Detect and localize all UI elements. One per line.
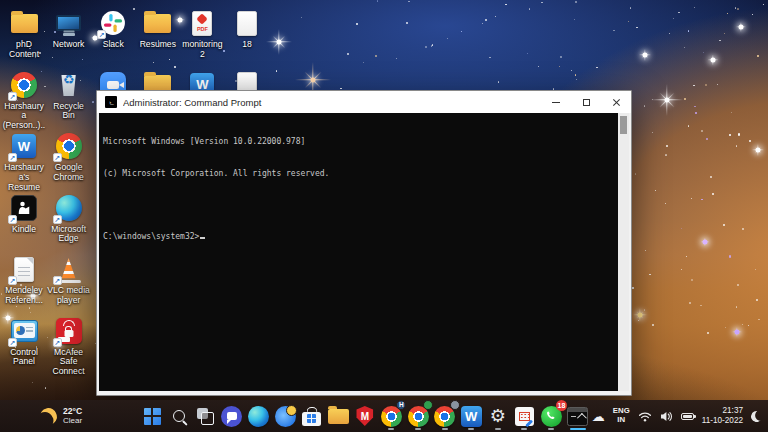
monitoring-2-icon <box>185 8 219 38</box>
taskbar-icon-chrome-profile-1[interactable]: H <box>379 402 403 430</box>
weather-condition: Clear <box>63 416 82 425</box>
window-titlebar[interactable]: Administrator: Command Prompt <box>97 91 631 113</box>
desktop-icon-mcafee-safe-connect[interactable]: McAfee Safe Connect <box>47 316 91 377</box>
shortcut-arrow-icon <box>53 276 62 285</box>
taskbar-icon-edge[interactable] <box>246 402 270 430</box>
desktop-icon-kindle[interactable]: Kindle <box>2 193 46 235</box>
taskbar: 22°C Clear H18 ENG IN 21:37 11-10-2022 <box>0 400 768 432</box>
desktop-icon-label: Kindle <box>2 225 46 235</box>
desktop-icon-microsoft-edge[interactable]: Microsoft Edge <box>47 193 91 245</box>
command-prompt-window[interactable]: Administrator: Command Prompt Microsoft … <box>96 90 632 396</box>
running-app-indicator <box>388 428 394 431</box>
desktop-icon-network[interactable]: Network <box>47 8 91 50</box>
onedrive-cloud-icon[interactable] <box>592 410 605 423</box>
minimize-button[interactable] <box>541 91 571 113</box>
desktop-icon-label: Microsoft Edge <box>47 225 91 245</box>
taskbar-icon-mcafee[interactable] <box>353 402 377 430</box>
desktop-icon-google-chrome[interactable]: Google Chrome <box>47 131 91 183</box>
taskbar-icon-whatsapp[interactable]: 18 <box>539 402 563 430</box>
desktop-icon-vlc-media-player[interactable]: VLC media player <box>47 254 91 306</box>
taskbar-icon-word[interactable] <box>459 402 483 430</box>
running-app-indicator <box>415 428 421 431</box>
desktop-icon-slack[interactable]: Slack <box>91 8 135 50</box>
taskbar-icon-notes[interactable] <box>512 402 536 430</box>
taskbar-icon-get-started[interactable] <box>273 402 297 430</box>
running-app-indicator <box>468 428 474 431</box>
desktop-icon-harshaurya-resume[interactable]: Harshaurya's Resume <box>2 131 46 192</box>
profile-badge <box>450 400 460 410</box>
desktop-icon-label: phD Content <box>2 40 46 60</box>
volume-icon[interactable] <box>660 411 673 422</box>
taskbar-icon-file-explorer[interactable] <box>326 402 350 430</box>
taskbar-icon-task-view[interactable] <box>193 402 217 430</box>
desktop-icon-monitoring-2[interactable]: monitoring 2 <box>180 8 224 60</box>
vlc-media-player-icon <box>52 254 86 284</box>
shortcut-arrow-icon <box>8 276 17 285</box>
desktop-icon-label: Slack <box>91 40 135 50</box>
desktop-icon-mendeley[interactable]: Mendeley Referen... <box>2 254 46 306</box>
desktop-icon-harshaurya-person[interactable]: Harshaurya (Person..)... <box>2 70 46 141</box>
harshaurya-person-icon <box>7 70 41 100</box>
taskbar-icon-start[interactable] <box>140 402 164 430</box>
desktop-icon-label: Network <box>47 40 91 50</box>
desktop-icon-phd-content[interactable]: phD Content <box>2 8 46 60</box>
mendeley-icon <box>7 254 41 284</box>
scrollbar-thumb[interactable] <box>620 116 627 134</box>
mcafee-safe-connect-icon <box>52 316 86 346</box>
console-version-line: Microsoft Windows [Version 10.0.22000.97… <box>103 137 618 148</box>
harshaurya-resume-icon <box>7 131 41 161</box>
desktop-icon-label: Control Panel <box>2 348 46 368</box>
desktop-icon-label: Mendeley Referen... <box>2 286 46 306</box>
desktop-icon-file-18[interactable]: 18 <box>225 8 269 50</box>
desktop-icon-label: Harshaurya's Resume <box>2 163 46 192</box>
cmd-window-icon <box>105 96 117 108</box>
minimize-icon <box>552 102 560 103</box>
kindle-icon <box>7 193 41 223</box>
maximize-button[interactable] <box>571 91 601 113</box>
network-icon <box>52 8 86 38</box>
taskbar-icon-chrome-profile-2[interactable] <box>406 402 430 430</box>
running-app-indicator <box>548 428 554 431</box>
window-title: Administrator: Command Prompt <box>123 97 541 108</box>
console-prompt: C:\windows\system32> <box>103 232 199 241</box>
slack-icon <box>96 8 130 38</box>
taskbar-icon-teams-chat[interactable] <box>220 402 244 430</box>
desktop-icon-resumes[interactable]: Resumes <box>136 8 180 50</box>
tray-chevron-up-icon[interactable] <box>577 412 587 422</box>
console-scrollbar[interactable] <box>618 113 629 391</box>
taskbar-icon-search[interactable] <box>167 402 191 430</box>
desktop-icon-label: Recycle Bin <box>47 102 91 122</box>
console-prompt-line: C:\windows\system32> <box>103 232 618 243</box>
weather-temperature: 22°C <box>63 407 82 416</box>
desktop-icon-control-panel[interactable]: Control Panel <box>2 316 46 368</box>
taskbar-icon-settings[interactable] <box>486 402 510 430</box>
taskbar-icon-microsoft-store[interactable] <box>300 402 324 430</box>
battery-icon[interactable] <box>681 413 694 420</box>
clock[interactable]: 21:37 11-10-2022 <box>702 406 743 425</box>
wifi-icon[interactable] <box>638 411 652 422</box>
console-copyright-line: (c) Microsoft Corporation. All rights re… <box>103 169 618 180</box>
shortcut-arrow-icon <box>97 30 106 39</box>
running-app-indicator <box>521 428 527 431</box>
running-app-indicator <box>442 428 448 431</box>
desktop-icon-label: monitoring 2 <box>180 40 224 60</box>
desktop-icon-label: 18 <box>225 40 269 50</box>
language-indicator[interactable]: ENG IN <box>613 407 630 424</box>
console-output[interactable]: Microsoft Windows [Version 10.0.22000.97… <box>99 113 618 391</box>
shortcut-arrow-icon <box>53 215 62 224</box>
close-button[interactable] <box>601 91 631 113</box>
desktop: phD ContentNetworkSlackResumesmonitoring… <box>0 0 768 432</box>
profile-badge <box>423 400 433 410</box>
running-app-indicator <box>495 428 501 431</box>
close-icon <box>612 98 621 107</box>
tray-date: 11-10-2022 <box>702 416 743 426</box>
desktop-icon-label: McAfee Safe Connect <box>47 348 91 377</box>
microsoft-edge-icon <box>52 193 86 223</box>
recycle-bin-icon <box>52 70 86 100</box>
desktop-icon-recycle-bin[interactable]: Recycle Bin <box>47 70 91 122</box>
resumes-icon <box>141 8 175 38</box>
weather-widget[interactable]: 22°C Clear <box>40 400 82 432</box>
system-tray: ENG IN 21:37 11-10-2022 <box>577 400 762 432</box>
focus-assist-moon-icon[interactable] <box>749 409 763 423</box>
taskbar-icon-chrome-profile-3[interactable] <box>433 402 457 430</box>
